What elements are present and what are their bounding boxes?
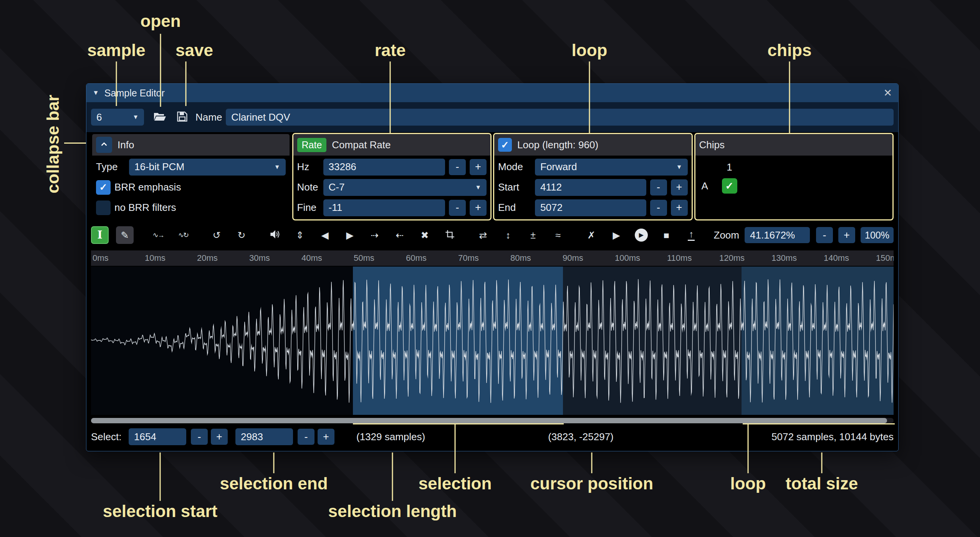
loop-start-input[interactable]: 4112 (535, 179, 646, 196)
normalize-icon: ⇕ (296, 230, 304, 240)
fade-in-button[interactable]: ◀ (316, 226, 334, 244)
filter-button[interactable]: ≈ (549, 226, 567, 244)
selection-start-plus-button[interactable]: + (211, 429, 228, 445)
waveform-scrollbar[interactable] (91, 418, 894, 423)
apply-silence-button[interactable]: ⇠ (391, 226, 409, 244)
no-brr-filters-checkbox[interactable] (96, 201, 111, 215)
selection-end-minus-button[interactable]: - (298, 429, 315, 445)
waveform-canvas[interactable] (91, 267, 894, 415)
hz-plus-button[interactable]: + (470, 159, 487, 175)
waveform-view[interactable] (91, 267, 894, 415)
close-icon[interactable]: ✕ (883, 87, 892, 99)
reverse-button[interactable]: ⇄ (474, 226, 492, 244)
fine-minus-button[interactable]: - (449, 200, 466, 216)
stop-preview-button[interactable]: ■ (657, 226, 675, 244)
preview-cursor-icon: ▶ (635, 229, 648, 242)
export-button[interactable]: ↑ (682, 226, 700, 244)
preview-cursor-button[interactable]: ▶ (632, 226, 650, 244)
selection-end-value: 2983 (241, 431, 263, 443)
trim-crop-icon (445, 229, 455, 241)
preview-button[interactable]: ▶ (608, 226, 625, 244)
resize-button[interactable]: ∿→ (149, 226, 167, 244)
loop-checkbox[interactable]: ✓ (498, 138, 512, 152)
redo-icon: ↻ (238, 230, 246, 240)
loop-start-plus-button[interactable]: + (671, 179, 688, 196)
type-select[interactable]: 16-bit PCM ▼ (129, 159, 286, 176)
save-floppy-icon (176, 110, 189, 124)
edit-mode-button[interactable]: I (91, 226, 109, 244)
annotation-selection-end: selection end (220, 474, 328, 493)
stop-icon: ■ (663, 230, 669, 240)
sign-button[interactable]: ± (524, 226, 542, 244)
selection-start-input[interactable]: 1654 (129, 428, 186, 445)
invert-button[interactable]: ↕ (499, 226, 517, 244)
loop-start-minus-button[interactable]: - (650, 179, 667, 196)
hz-minus-button[interactable]: - (449, 159, 466, 175)
normalize-button[interactable]: ⇕ (291, 226, 309, 244)
name-row: 6 ▼ Na (86, 102, 898, 132)
loop-mode-select[interactable]: Forward ▼ (535, 159, 688, 176)
annotation-line-chips (789, 61, 790, 133)
time-ruler[interactable]: 0ms 10ms 20ms 30ms 40ms 50ms 60ms 70ms 8… (91, 250, 894, 266)
fine-label: Fine (297, 202, 319, 214)
chip-a-checkbox[interactable]: ✓ (722, 178, 737, 194)
resize-icon: ∿→ (152, 232, 164, 239)
insert-silence-button[interactable]: ⇢ (366, 226, 384, 244)
zoom-input-value: 41.1672% (750, 229, 795, 241)
page-background: open sample save rate loop chips collaps… (0, 0, 980, 537)
open-button[interactable] (150, 108, 169, 127)
annotation-line-rate (390, 61, 391, 133)
redo-button[interactable]: ↻ (233, 226, 250, 244)
title-bar[interactable]: ▼ Sample Editor ✕ (86, 84, 898, 102)
chip-a-label: A (702, 180, 718, 192)
amplify-button[interactable] (266, 226, 284, 244)
hz-input[interactable]: 33286 (323, 159, 445, 176)
brr-emphasis-label: BRR emphasis (114, 181, 181, 193)
selection-end-plus-button[interactable]: + (318, 429, 334, 445)
annotation-line-sample (116, 61, 117, 106)
annotation-line-total-size (821, 452, 823, 473)
sample-select[interactable]: 6 ▼ (91, 109, 144, 126)
preview-play-icon: ▶ (612, 230, 620, 240)
fine-input-value: -11 (329, 202, 343, 214)
brr-emphasis-checkbox[interactable]: ✓ (96, 180, 111, 195)
zoom-reset-button[interactable]: 100% (861, 227, 894, 243)
amplify-speaker-icon (269, 229, 281, 242)
note-select[interactable]: C-7 ▼ (323, 179, 487, 196)
type-label: Type (96, 161, 125, 173)
draw-button[interactable]: ✎ (116, 226, 134, 244)
save-button[interactable] (172, 108, 192, 127)
crossfade-button[interactable]: ✗ (583, 226, 600, 244)
trim-button[interactable] (441, 226, 459, 244)
selection-end-input[interactable]: 2983 (235, 428, 293, 445)
fine-input[interactable]: -11 (323, 199, 445, 216)
annotation-line-save (185, 61, 187, 106)
loop-end-value: 5072 (540, 202, 563, 214)
fade-out-icon: ▶ (346, 230, 353, 240)
chevron-down-icon: ▼ (672, 164, 682, 171)
zoom-input[interactable]: 41.1672% (745, 227, 810, 243)
note-select-value: C-7 (329, 181, 345, 193)
zoom-out-button[interactable]: - (816, 227, 833, 243)
loop-end-minus-button[interactable]: - (650, 200, 667, 216)
ruler-label: 0ms (91, 253, 143, 263)
loop-end-plus-button[interactable]: + (671, 200, 688, 216)
scrollbar-handle[interactable] (91, 418, 887, 423)
annotation-bracket-selection (353, 423, 564, 424)
status-bar: Select: 1654 - + 2983 - + (1329 samples)… (91, 426, 894, 448)
rate-panel-title: Compat Rate (332, 139, 391, 151)
ruler-label: 20ms (195, 253, 248, 263)
fade-in-icon: ◀ (321, 230, 328, 240)
collapse-info-button[interactable] (96, 137, 112, 153)
loop-end-input[interactable]: 5072 (535, 199, 646, 216)
undo-button[interactable]: ↺ (208, 226, 225, 244)
fine-plus-button[interactable]: + (470, 200, 487, 216)
selection-start-minus-button[interactable]: - (191, 429, 208, 445)
info-panel: Info Type 16-bit PCM ▼ ✓ BRR em (91, 133, 291, 220)
name-input[interactable]: Clarinet DQV (226, 109, 894, 126)
fade-out-button[interactable]: ▶ (341, 226, 359, 244)
zoom-in-button[interactable]: + (838, 227, 855, 243)
resample-button[interactable]: ∿↻ (174, 226, 192, 244)
delete-button[interactable]: ✖ (416, 226, 434, 244)
window-collapse-icon[interactable]: ▼ (93, 89, 99, 97)
